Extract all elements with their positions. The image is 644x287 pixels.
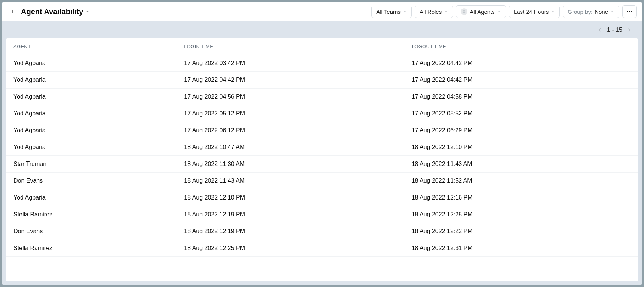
back-button[interactable] [7, 6, 18, 17]
chevron-left-icon [597, 27, 602, 33]
cell-login: 18 Aug 2022 10:47 AM [177, 139, 404, 156]
cell-agent: Yod Agbaria [6, 89, 177, 105]
cell-login: 17 Aug 2022 04:42 PM [177, 72, 404, 89]
cell-login: 18 Aug 2022 12:25 PM [177, 240, 404, 257]
cell-login: 18 Aug 2022 12:19 PM [177, 206, 404, 223]
caret-down-icon [85, 9, 90, 14]
chevron-right-icon [627, 27, 632, 33]
svg-point-1 [627, 11, 628, 12]
cell-login: 18 Aug 2022 12:19 PM [177, 223, 404, 240]
cell-logout: 18 Aug 2022 12:10 PM [404, 139, 638, 156]
topbar: Agent Availability All Teams All Roles A… [2, 2, 642, 21]
pagination-bar: 1 - 15 [2, 21, 642, 38]
pager-range: 1 - 15 [607, 27, 622, 33]
cell-login: 17 Aug 2022 04:56 PM [177, 89, 404, 105]
cell-logout: 17 Aug 2022 04:42 PM [404, 55, 638, 72]
table-row[interactable]: Yod Agbaria18 Aug 2022 12:10 PM18 Aug 20… [6, 189, 638, 206]
cell-login: 17 Aug 2022 05:12 PM [177, 105, 404, 122]
cell-login: 17 Aug 2022 03:42 PM [177, 55, 404, 72]
svg-point-2 [629, 11, 630, 12]
filter-roles[interactable]: All Roles [415, 6, 453, 18]
table-row[interactable]: Stella Ramirez18 Aug 2022 12:19 PM18 Aug… [6, 206, 638, 223]
cell-logout: 17 Aug 2022 04:42 PM [404, 72, 638, 89]
table-row[interactable]: Yod Agbaria18 Aug 2022 10:47 AM18 Aug 20… [6, 139, 638, 156]
groupby-prefix: Group by: [568, 9, 592, 15]
cell-logout: 18 Aug 2022 11:43 AM [404, 156, 638, 173]
page-title: Agent Availability [21, 7, 83, 16]
col-header-login[interactable]: LOGIN TIME [177, 38, 404, 55]
avatar-icon [461, 8, 467, 15]
app-frame: Agent Availability All Teams All Roles A… [2, 2, 642, 285]
cell-login: 17 Aug 2022 06:12 PM [177, 122, 404, 139]
caret-down-icon [444, 10, 448, 14]
svg-point-3 [631, 11, 632, 12]
cell-agent: Don Evans [6, 173, 177, 189]
cell-agent: Yod Agbaria [6, 55, 177, 72]
filter-agents[interactable]: All Agents [456, 5, 506, 18]
cell-login: 18 Aug 2022 12:10 PM [177, 189, 404, 206]
table-container: AGENT LOGIN TIME LOGOUT TIME Yod Agbaria… [6, 38, 638, 281]
chevron-left-icon [10, 9, 16, 15]
caret-down-icon [497, 10, 501, 14]
filter-teams-label: All Teams [376, 9, 401, 15]
cell-agent: Yod Agbaria [6, 189, 177, 206]
table-row[interactable]: Yod Agbaria17 Aug 2022 04:56 PM17 Aug 20… [6, 89, 638, 105]
table-row[interactable]: Don Evans18 Aug 2022 11:43 AM18 Aug 2022… [6, 173, 638, 189]
caret-down-icon [551, 10, 555, 14]
cell-logout: 18 Aug 2022 12:31 PM [404, 240, 638, 257]
svg-point-0 [463, 10, 465, 12]
cell-agent: Yod Agbaria [6, 72, 177, 89]
table-header-row: AGENT LOGIN TIME LOGOUT TIME [6, 38, 638, 55]
agent-availability-table: AGENT LOGIN TIME LOGOUT TIME Yod Agbaria… [6, 38, 638, 257]
more-horizontal-icon [626, 8, 633, 15]
cell-logout: 17 Aug 2022 04:58 PM [404, 89, 638, 105]
table-row[interactable]: Yod Agbaria17 Aug 2022 06:12 PM17 Aug 20… [6, 122, 638, 139]
filter-timerange-label: Last 24 Hours [514, 9, 549, 15]
cell-logout: 18 Aug 2022 12:25 PM [404, 206, 638, 223]
cell-agent: Yod Agbaria [6, 105, 177, 122]
table-row[interactable]: Stella Ramirez18 Aug 2022 12:25 PM18 Aug… [6, 240, 638, 257]
cell-login: 18 Aug 2022 11:30 AM [177, 156, 404, 173]
cell-agent: Yod Agbaria [6, 122, 177, 139]
cell-agent: Star Truman [6, 156, 177, 173]
filter-agents-label: All Agents [470, 9, 495, 15]
filter-roles-label: All Roles [420, 9, 442, 15]
cell-agent: Stella Ramirez [6, 206, 177, 223]
page-title-dropdown[interactable]: Agent Availability [21, 7, 90, 16]
col-header-agent[interactable]: AGENT [6, 38, 177, 55]
cell-agent: Don Evans [6, 223, 177, 240]
cell-agent: Yod Agbaria [6, 139, 177, 156]
cell-logout: 17 Aug 2022 06:29 PM [404, 122, 638, 139]
caret-down-icon [610, 10, 614, 14]
filter-groupby[interactable]: Group by: None [563, 6, 619, 18]
table-row[interactable]: Don Evans18 Aug 2022 12:19 PM18 Aug 2022… [6, 223, 638, 240]
cell-agent: Stella Ramirez [6, 240, 177, 257]
cell-login: 18 Aug 2022 11:43 AM [177, 173, 404, 189]
filter-group: All Teams All Roles All Agents Last 24 H… [371, 5, 637, 18]
table-row[interactable]: Star Truman18 Aug 2022 11:30 AM18 Aug 20… [6, 156, 638, 173]
filter-timerange[interactable]: Last 24 Hours [509, 6, 560, 18]
cell-logout: 18 Aug 2022 12:22 PM [404, 223, 638, 240]
cell-logout: 18 Aug 2022 11:52 AM [404, 173, 638, 189]
table-row[interactable]: Yod Agbaria17 Aug 2022 04:42 PM17 Aug 20… [6, 72, 638, 89]
pager-prev[interactable] [597, 27, 603, 33]
table-row[interactable]: Yod Agbaria17 Aug 2022 05:12 PM17 Aug 20… [6, 105, 638, 122]
table-row[interactable]: Yod Agbaria17 Aug 2022 03:42 PM17 Aug 20… [6, 55, 638, 72]
cell-logout: 17 Aug 2022 05:52 PM [404, 105, 638, 122]
col-header-logout[interactable]: LOGOUT TIME [404, 38, 638, 55]
cell-logout: 18 Aug 2022 12:16 PM [404, 189, 638, 206]
more-options-button[interactable] [622, 5, 637, 18]
filter-teams[interactable]: All Teams [371, 6, 412, 18]
caret-down-icon [403, 10, 407, 14]
groupby-value: None [595, 9, 608, 15]
pager-next[interactable] [626, 27, 633, 33]
